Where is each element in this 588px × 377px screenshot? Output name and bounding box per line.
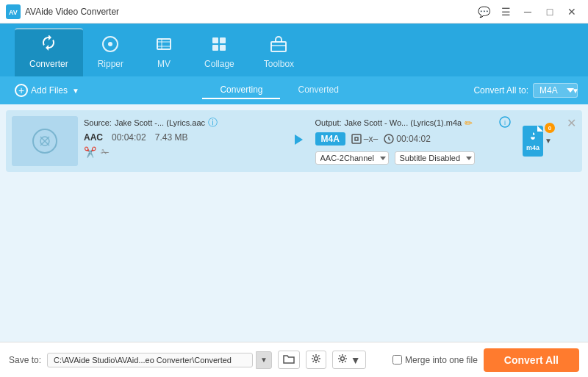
- convert-all-to: Convert All to: M4A MP3 AAC WAV FLAC ▼: [473, 83, 579, 98]
- convert-all-button[interactable]: Convert All: [484, 348, 579, 372]
- close-button[interactable]: ✕: [562, 3, 582, 21]
- codec-select[interactable]: AAC-2Channel AAC-5.1 MP3: [315, 151, 389, 165]
- output-controls-row: M4A –x– 00:04:02: [315, 132, 512, 146]
- svg-rect-14: [352, 134, 361, 143]
- save-to-label: Save to:: [9, 355, 41, 365]
- main-content: Source: Jake Scott -... (Lyrics.aac ⓘ AA…: [0, 104, 588, 342]
- convert-all-format-select[interactable]: M4A MP3 AAC WAV FLAC: [533, 83, 578, 98]
- output-label: Output:: [315, 118, 342, 127]
- output-header-row: Output: Jake Scott - Wo... (Lyrics(1).m4…: [315, 116, 512, 129]
- resize-value: –x–: [364, 134, 378, 144]
- menu-button[interactable]: ☰: [495, 3, 516, 21]
- tab-converted[interactable]: Converted: [280, 82, 356, 99]
- maximize-button[interactable]: □: [539, 3, 560, 21]
- save-path-dropdown-button[interactable]: ▼: [256, 351, 272, 369]
- merge-checkbox-wrap: Merge into one file: [392, 355, 478, 365]
- file-item: Source: Jake Scott -... (Lyrics.aac ⓘ AA…: [6, 110, 582, 172]
- file-source-info: Source: Jake Scott -... (Lyrics.aac ⓘ AA…: [84, 116, 280, 157]
- file-source-row: Source: Jake Scott -... (Lyrics.aac ⓘ: [84, 116, 280, 129]
- toolbox-icon: [270, 35, 287, 56]
- source-filename: Jake Scott -... (Lyrics.aac: [115, 118, 205, 127]
- output-format-badge: M4A: [315, 132, 345, 146]
- chat-button[interactable]: 💬: [473, 3, 494, 21]
- m4a-label: m4a: [526, 144, 539, 151]
- converter-icon: [40, 35, 57, 56]
- merge-label[interactable]: Merge into one file: [405, 355, 478, 365]
- cut-button[interactable]: ✁: [101, 147, 110, 157]
- toolbar: + Add Files ▼ Converting Converted Conve…: [0, 76, 588, 104]
- bottom-bar: Save to: ▼ ▼ Merge into one file Convert…: [0, 342, 588, 377]
- nav-mv[interactable]: MV: [138, 29, 190, 76]
- title-bar: AV AVAide Video Converter 💬 ☰ ─ □ ✕: [0, 0, 588, 24]
- trim-button[interactable]: ✂️: [84, 147, 96, 157]
- collage-icon: [210, 35, 228, 56]
- file-duration: 00:04:02: [112, 132, 146, 143]
- svg-point-3: [108, 42, 112, 46]
- duration-display: 00:04:02: [384, 134, 431, 144]
- file-meta-row: AAC 00:04:02 7.43 MB: [84, 132, 280, 143]
- file-thumbnail: [12, 116, 78, 166]
- ripper-icon: [101, 35, 119, 56]
- svg-point-17: [340, 357, 344, 361]
- nav-ripper[interactable]: Ripper: [83, 29, 138, 76]
- file-format: AAC: [84, 132, 103, 143]
- format-dropdown-btn[interactable]: ▼: [545, 137, 552, 145]
- source-label: Source:: [84, 118, 112, 127]
- add-files-label: Add Files: [31, 85, 68, 96]
- nav-ripper-label: Ripper: [98, 59, 123, 69]
- output-duration: 00:04:02: [396, 134, 431, 144]
- merge-checkbox[interactable]: [392, 355, 402, 365]
- toolbar-tabs: Converting Converted: [85, 82, 473, 99]
- svg-rect-5: [212, 37, 218, 43]
- output-filename: Jake Scott - Wo... (Lyrics(1).m4a: [345, 118, 462, 127]
- nav-mv-label: MV: [157, 59, 171, 69]
- nav-converter-label: Converter: [29, 59, 68, 69]
- open-folder-button[interactable]: [278, 351, 300, 369]
- file-actions-row: ✂️ ✁: [84, 147, 280, 157]
- file-size: 7.43 MB: [155, 132, 188, 143]
- nav-toolbox[interactable]: Toolbox: [249, 29, 309, 76]
- save-path-input[interactable]: [47, 353, 253, 367]
- item-close-button[interactable]: ✕: [567, 116, 576, 130]
- nav-collage-label: Collage: [204, 59, 234, 69]
- subtitle-select[interactable]: Subtitle Disabled Subtitle Enabled: [395, 151, 475, 165]
- nav-collage[interactable]: Collage: [190, 29, 249, 76]
- svg-text:AV: AV: [9, 9, 18, 16]
- app-title: AVAide Video Converter: [25, 7, 473, 17]
- add-icon: +: [15, 84, 28, 97]
- edit-output-icon[interactable]: ✏: [465, 118, 473, 129]
- window-controls: 💬 ☰ ─ □ ✕: [473, 3, 582, 21]
- output-info-icon[interactable]: i: [499, 116, 511, 129]
- more-options-button[interactable]: ▼: [332, 351, 366, 369]
- svg-rect-7: [212, 45, 218, 51]
- minimize-button[interactable]: ─: [517, 3, 538, 21]
- nav-bar: Converter Ripper MV: [0, 24, 588, 76]
- source-info-icon[interactable]: ⓘ: [208, 116, 218, 129]
- nav-converter[interactable]: Converter: [15, 28, 83, 76]
- svg-rect-8: [220, 45, 226, 51]
- svg-rect-6: [220, 37, 226, 43]
- badge-number: 0: [545, 123, 555, 133]
- add-files-dropdown-icon: ▼: [72, 87, 79, 95]
- resize-control: –x–: [351, 134, 378, 144]
- svg-rect-9: [271, 42, 286, 51]
- settings-button[interactable]: [306, 351, 326, 369]
- m4a-file-icon: m4a: [523, 126, 543, 157]
- tab-converting[interactable]: Converting: [202, 82, 280, 99]
- app-logo: AV: [6, 4, 21, 19]
- convert-arrow: [286, 116, 309, 148]
- convert-all-to-label: Convert All to:: [473, 85, 528, 96]
- nav-toolbox-label: Toolbox: [264, 59, 294, 69]
- mv-icon: [155, 35, 173, 56]
- add-files-button[interactable]: + Add Files ▼: [9, 81, 85, 100]
- svg-rect-4: [157, 39, 171, 49]
- svg-point-16: [314, 357, 318, 361]
- output-format-badge-icon: 0 m4a ▼: [523, 126, 552, 157]
- svg-text:i: i: [504, 119, 506, 126]
- output-section: Output: Jake Scott - Wo... (Lyrics(1).m4…: [315, 116, 512, 165]
- output-selects-row: AAC-2Channel AAC-5.1 MP3 Subtitle Disabl…: [315, 151, 512, 165]
